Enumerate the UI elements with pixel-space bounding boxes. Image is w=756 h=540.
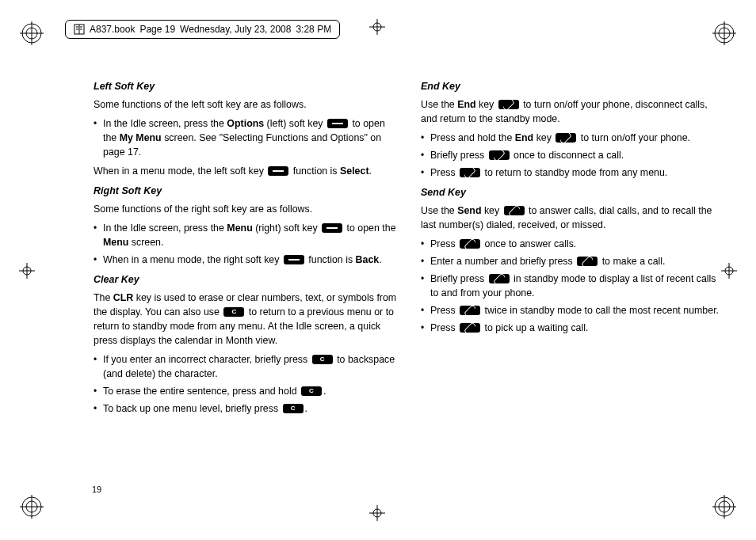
text: key: [481, 205, 502, 216]
header-time: 3:28 PM: [296, 24, 331, 35]
list-item: Press twice in standby mode to call the …: [421, 304, 724, 318]
body-text: Some functions of the right soft key are…: [94, 203, 397, 217]
send-key-icon: [460, 323, 480, 333]
list-item: To back up one menu level, briefly press…: [94, 402, 397, 416]
bold-text: Select: [340, 165, 369, 177]
text: Use the: [421, 99, 457, 110]
page-number: 19: [92, 485, 101, 494]
text: to pick up a waiting call.: [482, 322, 588, 333]
list-item: In the Idle screen, press the Options (l…: [94, 117, 397, 160]
end-key-icon: [556, 133, 576, 143]
page-header-box: A837.book Page 19 Wednesday, July 23, 20…: [65, 20, 340, 39]
text: to turn on/off your phone.: [578, 132, 690, 143]
register-mark-icon: [369, 19, 385, 35]
crop-mark-top-left: [20, 21, 44, 45]
send-key-icon: [489, 274, 510, 283]
crop-mark-bottom-left: [20, 495, 44, 519]
bold-text: End: [515, 132, 533, 143]
text: Press: [430, 305, 458, 316]
text: once to answer calls.: [482, 238, 576, 249]
body-text: Use the Send key to answer calls, dial c…: [421, 204, 724, 233]
text: function is: [306, 254, 356, 265]
bold-text: My Menu: [120, 132, 162, 143]
text: twice in standby mode to call the most r…: [482, 305, 719, 316]
heading-clear-key: Clear Key: [94, 272, 397, 287]
bold-text: Menu: [103, 237, 128, 248]
list-item: Press to pick up a waiting call.: [421, 321, 724, 336]
text: Briefly press: [430, 273, 487, 284]
end-key-icon: [460, 168, 480, 177]
body-text: Some functions of the left soft key are …: [94, 98, 397, 112]
clear-key-icon: [283, 404, 304, 413]
text: If you enter an incorrect character, bri…: [103, 354, 311, 365]
bullet-list: If you enter an incorrect character, bri…: [94, 353, 397, 416]
crop-mark-top-right: [712, 21, 736, 45]
text: (right) soft key: [253, 222, 320, 234]
heading-end-key: End Key: [421, 79, 724, 93]
text: Use the: [421, 205, 457, 216]
register-mark-icon: [369, 505, 385, 521]
send-key-icon: [577, 257, 598, 266]
text: To back up one menu level, briefly press: [103, 403, 281, 414]
header-file: A837.book: [90, 24, 135, 35]
list-item: If you enter an incorrect character, bri…: [94, 353, 397, 382]
bold-text: Options: [227, 118, 264, 129]
text: Press: [430, 322, 458, 333]
send-key-icon: [460, 306, 480, 315]
text: .: [323, 386, 326, 397]
clear-key-icon: [301, 386, 322, 396]
heading-send-key: Send Key: [421, 185, 724, 200]
crop-mark-bottom-right: [712, 495, 736, 519]
heading-right-soft-key: Right Soft Key: [94, 184, 397, 198]
list-item: Enter a number and briefly press to make…: [421, 255, 724, 269]
soft-key-icon: [327, 119, 348, 128]
right-column: End Key Use the End key to turn on/off y…: [421, 74, 724, 492]
text: key: [533, 132, 554, 143]
text: The: [94, 292, 113, 303]
text: When in a menu mode, the left soft key: [94, 165, 266, 177]
bold-text: CLR: [113, 292, 133, 303]
text: (left) soft key: [264, 118, 326, 129]
text: When in a menu mode, the right soft key: [103, 254, 282, 265]
list-item: Briefly press in standby mode to display…: [421, 272, 724, 301]
text: .: [369, 165, 372, 177]
header-page: Page 19: [139, 24, 175, 35]
text: once to disconnect a call.: [511, 150, 624, 161]
soft-key-icon: [322, 223, 342, 233]
left-column: Left Soft Key Some functions of the left…: [94, 74, 397, 492]
text: To erase the entire sentence, press and …: [103, 386, 300, 397]
end-key-icon: [489, 150, 510, 160]
text: Enter a number and briefly press: [430, 256, 575, 267]
body-text: Use the End key to turn on/off your phon…: [421, 98, 724, 127]
end-key-icon: [498, 100, 519, 109]
text: Press: [430, 238, 458, 249]
page-content: Left Soft Key Some functions of the left…: [94, 74, 724, 492]
text: Briefly press: [430, 150, 487, 161]
text: key: [476, 99, 497, 110]
text: to return to standby mode from any menu.: [482, 167, 667, 178]
book-icon: [74, 24, 85, 35]
register-mark-icon: [19, 263, 35, 279]
send-key-icon: [504, 206, 525, 215]
bullet-list: In the Idle screen, press the Menu (righ…: [94, 222, 397, 268]
bold-text: Menu: [227, 222, 252, 234]
text: In the Idle screen, press the: [103, 222, 227, 234]
text: function is: [290, 165, 340, 177]
bold-text: End: [457, 99, 475, 110]
list-item: Press and hold the End key to turn on/of…: [421, 131, 724, 146]
text: .: [305, 403, 307, 414]
bullet-list: Press and hold the End key to turn on/of…: [421, 131, 724, 181]
text: In the Idle screen, press the: [103, 118, 227, 129]
text: Press and hold the: [430, 132, 515, 143]
heading-left-soft-key: Left Soft Key: [94, 79, 397, 93]
list-item: To erase the entire sentence, press and …: [94, 385, 397, 399]
list-item: When in a menu mode, the right soft key …: [94, 253, 397, 268]
text: .: [379, 254, 381, 265]
clear-key-icon: [312, 355, 333, 364]
body-text: The CLR key is used to erase or clear nu…: [94, 291, 397, 348]
soft-key-icon: [268, 166, 288, 176]
text: to open the: [344, 222, 395, 234]
text: to make a call.: [599, 256, 665, 267]
bullet-list: Press once to answer calls. Enter a numb…: [421, 238, 724, 336]
send-key-icon: [460, 239, 480, 249]
